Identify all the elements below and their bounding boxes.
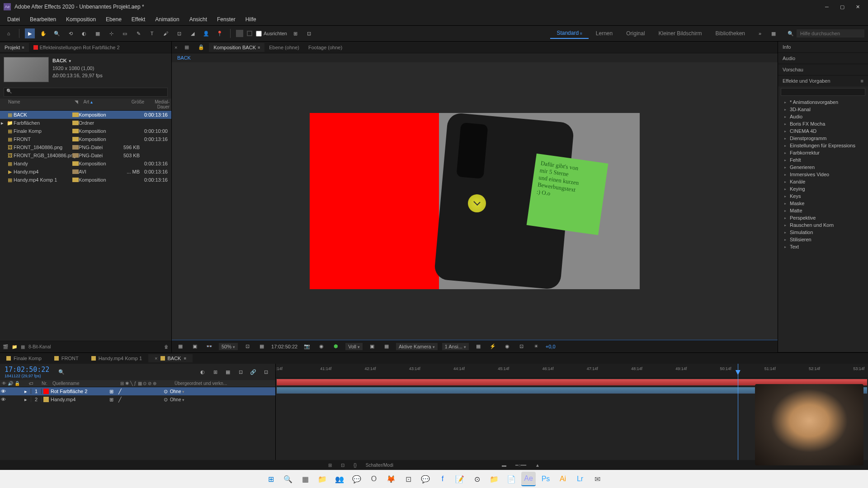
project-item[interactable]: ▶Handy.mp4AVI... MB0:00:13:16 [0, 168, 171, 176]
col-tag[interactable]: ◥ [75, 99, 84, 109]
comp-flow-icon[interactable]: ▦ [180, 42, 193, 52]
preset-category[interactable]: * Animationsvorgaben [778, 99, 868, 106]
switches-modes[interactable]: Schalter/Modi [366, 463, 393, 468]
selection-tool[interactable]: ▶ [25, 28, 35, 38]
alpha-icon[interactable]: ▦ [175, 342, 185, 352]
eraser-tool[interactable]: ◢ [188, 28, 198, 38]
color-icon[interactable]: ⬢ [331, 342, 341, 352]
timeline-search-icon[interactable]: 🔍 [58, 369, 65, 375]
tab-project[interactable]: Projekt ≡ [0, 43, 29, 52]
project-item[interactable]: ▦HandyKomposition0:00:13:16 [0, 160, 171, 168]
timeline-tab[interactable]: Finale Komp [0, 354, 48, 362]
zoom-tool[interactable]: 🔍 [52, 28, 62, 38]
preset-category[interactable]: Perspektive [778, 214, 868, 221]
close-button[interactable]: ✕ [854, 4, 861, 10]
workspace-reset-icon[interactable]: ▦ [769, 28, 778, 38]
ruler-tick[interactable]: 41:14f [320, 366, 331, 371]
exposure-value[interactable]: +0,0 [546, 344, 556, 349]
project-item[interactable]: ▦BACKKomposition0:00:13:16 [0, 111, 171, 119]
tl-tool4[interactable]: ⊡ [236, 367, 245, 377]
camera-dropdown[interactable]: Aktive Kamera ▾ [396, 343, 438, 350]
zoom-dropdown[interactable]: 50% ▾ [219, 343, 238, 350]
taskbar-ai[interactable]: Ai [556, 472, 570, 486]
col-number[interactable]: Nr. [42, 381, 52, 386]
tl-toggle3[interactable]: {} [354, 463, 357, 468]
menu-effekt[interactable]: Effekt [127, 15, 150, 24]
taskbar-search[interactable]: 🔍 [281, 472, 295, 486]
workspace-lernen[interactable]: Lernen [590, 28, 619, 38]
fill-swatch[interactable] [236, 30, 243, 37]
3d-icon[interactable]: ◉ [502, 342, 512, 352]
trash-icon[interactable]: 🗑 [164, 344, 169, 349]
anchor-tool[interactable]: ⊹ [106, 28, 116, 38]
ruler-tick[interactable]: :14f [276, 366, 283, 371]
viewer[interactable]: Dafür gibt's von mir 5 Sterne und einen … [172, 62, 778, 340]
breadcrumb[interactable]: BACK [177, 55, 191, 61]
red-solid-layer[interactable] [310, 113, 439, 289]
effects-search-input[interactable] [781, 88, 865, 96]
preset-category[interactable]: Dienstprogramm [778, 135, 868, 142]
comp-tab[interactable]: Footage (ohne) [304, 43, 347, 52]
tl-toggle2[interactable]: ⊡ [341, 463, 344, 468]
workspace-more-icon[interactable]: » [755, 28, 765, 38]
mask-icon[interactable]: 👓 [204, 342, 214, 352]
help-search-input[interactable] [797, 29, 864, 38]
snapshot-icon[interactable]: 📷 [302, 342, 312, 352]
timeline-tab[interactable]: × BACK ≡ [148, 354, 193, 362]
pen-tool[interactable]: ✎ [133, 28, 143, 38]
viewer-timecode[interactable]: 17:02:50:22 [271, 344, 297, 349]
preset-category[interactable]: Generieren [778, 164, 868, 171]
fast-icon[interactable]: ⚡ [488, 342, 498, 352]
effects-panel-header[interactable]: Effekte und Vorgaben≡ [778, 75, 868, 86]
menu-fenster[interactable]: Fenster [212, 15, 240, 24]
project-item[interactable]: ▦FRONTKomposition0:00:13:16 [0, 135, 171, 143]
col-parent[interactable]: Übergeordnet und verkn... [175, 381, 238, 386]
tl-tool5[interactable]: 🔗 [248, 367, 258, 377]
timeline-layer[interactable]: 👁▸2Handy.mp4⊞╱⊙Ohne ▾ [0, 395, 275, 404]
exposure-icon[interactable]: ☀ [531, 342, 541, 352]
shape-tool[interactable]: ▭ [120, 28, 130, 38]
tl-toggle1[interactable]: ⊞ [328, 463, 332, 468]
taskbar-folder[interactable]: 📁 [487, 472, 501, 486]
ruler-tick[interactable]: 53:14f [853, 366, 864, 371]
ruler-tick[interactable]: 50:14f [720, 366, 731, 371]
preset-category[interactable]: Farbkorrektur [778, 149, 868, 156]
preset-category[interactable]: Immersives Video [778, 171, 868, 178]
text-tool[interactable]: T [147, 28, 157, 38]
maximize-button[interactable]: ▢ [839, 4, 845, 10]
composition-canvas[interactable]: Dafür gibt's von mir 5 Sterne und einen … [310, 113, 640, 289]
taskbar-facebook[interactable]: f [435, 472, 450, 486]
brush-tool[interactable]: 🖌 [160, 28, 170, 38]
tl-zoom-slider[interactable]: ━○━━ [515, 463, 526, 468]
preset-category[interactable]: Stilisieren [778, 236, 868, 243]
col-sourcename[interactable]: Quellenname [52, 381, 120, 386]
tl-tool2[interactable]: ⊞ [210, 367, 220, 377]
timeline-layer[interactable]: 👁▸1Rot Farbfläche 2⊞╱⊙Ohne ▾ [0, 387, 275, 395]
taskbar-text[interactable]: 📄 [504, 472, 519, 486]
menu-komposition[interactable]: Komposition [61, 15, 100, 24]
snap-icon[interactable]: ⊞ [291, 28, 301, 38]
col-name[interactable]: Name [0, 99, 75, 109]
new-comp-icon[interactable]: ▦ [21, 344, 25, 349]
taskbar-explorer[interactable]: 📁 [315, 472, 330, 486]
ruler-tick[interactable]: 44:14f [453, 366, 465, 371]
tab-effect-controls[interactable]: Effekteinstellungen Rot Farbfläche 2 [29, 43, 124, 52]
stamp-tool[interactable]: ⊡ [174, 28, 184, 38]
tl-zoom-out[interactable]: ▬ [502, 463, 506, 468]
taskbar-windows[interactable]: ⊞ [264, 472, 278, 486]
project-search-input[interactable] [4, 88, 168, 97]
preset-category[interactable]: Einstellungen für Expressions [778, 142, 868, 149]
ruler-tick[interactable]: 45:14f [498, 366, 509, 371]
orbit-tool[interactable]: ⟲ [66, 28, 75, 38]
col-size[interactable]: Größe [119, 99, 144, 109]
puppet-tool[interactable]: 📍 [215, 28, 225, 38]
interpret-icon[interactable]: 🎬 [3, 344, 8, 349]
ruler-tick[interactable]: 43:14f [409, 366, 420, 371]
ruler-tick[interactable]: 49:14f [675, 366, 687, 371]
taskbar-mail[interactable]: ✉ [590, 472, 604, 486]
resolution-dropdown[interactable]: Voll ▾ [345, 343, 363, 350]
preset-category[interactable]: Keying [778, 185, 868, 192]
taskbar-whatsapp[interactable]: 💬 [349, 472, 364, 486]
timeline-tab[interactable]: FRONT [48, 354, 85, 362]
col-art[interactable]: Art ▴ [84, 99, 120, 109]
